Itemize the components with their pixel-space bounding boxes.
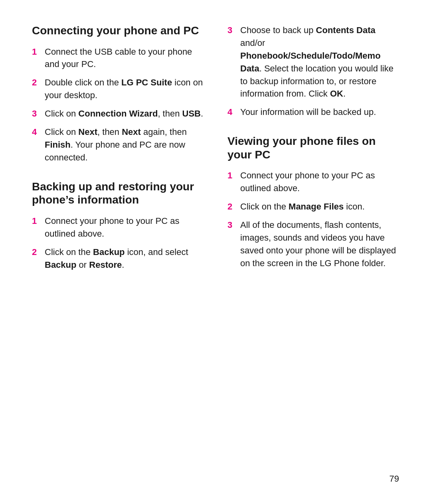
list-item: 4 Click on Next, then Next again, then F… xyxy=(32,126,204,164)
bold-text: Phonebook/Schedule/Todo/Memo Data xyxy=(240,51,381,73)
list-item: 3 All of the documents, flash contents, … xyxy=(227,219,399,270)
list-text: Connect your phone to your PC as outline… xyxy=(45,215,204,240)
bold-text: Finish xyxy=(45,140,71,150)
bold-text: Backup xyxy=(93,247,125,257)
list-item: 2 Double click on the LG PC Suite icon o… xyxy=(32,76,204,102)
bold-text: Restore xyxy=(89,260,122,270)
list-number: 1 xyxy=(32,215,43,227)
section-viewing-title: Viewing your phone files on your PC xyxy=(227,134,399,161)
list-text: Click on the Backup icon, and select Bac… xyxy=(45,246,204,271)
list-text: Choose to back up Contents Data and/or P… xyxy=(240,24,399,100)
bold-text: LG PC Suite xyxy=(121,77,172,87)
bold-text: Manage Files xyxy=(289,202,344,211)
section-viewing: Viewing your phone files on your PC 1 Co… xyxy=(227,134,399,269)
list-item: 1 Connect the USB cable to your phone an… xyxy=(32,45,204,71)
list-text: Click on Connection Wizard, then USB. xyxy=(45,107,204,120)
bold-text: OK xyxy=(330,89,343,99)
list-item: 1 Connect your phone to your PC as outli… xyxy=(227,169,399,195)
list-text: Click on Next, then Next again, then Fin… xyxy=(45,126,204,164)
list-text: Connect the USB cable to your phone and … xyxy=(45,45,204,71)
two-column-layout: Connecting your phone and PC 1 Connect t… xyxy=(32,24,399,472)
list-item: 2 Click on the Manage Files icon. xyxy=(227,200,399,213)
list-number: 2 xyxy=(227,200,239,213)
bold-text: Next xyxy=(78,127,97,137)
section-backup: Backing up and restoring your phone’s in… xyxy=(32,180,204,271)
bold-text: Next xyxy=(122,127,141,137)
list-number: 1 xyxy=(227,169,239,182)
list-text: All of the documents, flash contents, im… xyxy=(240,219,399,270)
bold-text: Connection Wizard xyxy=(78,109,158,119)
viewing-list: 1 Connect your phone to your PC as outli… xyxy=(227,169,399,269)
column-right: 3 Choose to back up Contents Data and/or… xyxy=(227,24,399,472)
list-number: 3 xyxy=(32,107,43,120)
connecting-list: 1 Connect the USB cable to your phone an… xyxy=(32,45,204,164)
section-backup-title: Backing up and restoring your phone’s in… xyxy=(32,180,204,207)
list-number: 3 xyxy=(227,219,239,231)
page-container: Connecting your phone and PC 1 Connect t… xyxy=(0,0,431,504)
connecting-continued-list: 3 Choose to back up Contents Data and/or… xyxy=(227,24,399,119)
section-connecting-title: Connecting your phone and PC xyxy=(32,24,204,38)
list-text: Double click on the LG PC Suite icon on … xyxy=(45,76,204,102)
column-left: Connecting your phone and PC 1 Connect t… xyxy=(32,24,204,472)
list-number: 2 xyxy=(32,76,43,89)
section-connecting-continued: 3 Choose to back up Contents Data and/or… xyxy=(227,24,399,119)
bold-text: USB xyxy=(182,109,201,119)
list-item: 2 Click on the Backup icon, and select B… xyxy=(32,246,204,271)
list-item: 3 Click on Connection Wizard, then USB. xyxy=(32,107,204,120)
list-number: 4 xyxy=(32,126,43,138)
list-item: 1 Connect your phone to your PC as outli… xyxy=(32,215,204,240)
list-text: Connect your phone to your PC as outline… xyxy=(240,169,399,195)
backup-list: 1 Connect your phone to your PC as outli… xyxy=(32,215,204,271)
page-number: 79 xyxy=(389,474,399,484)
list-number: 4 xyxy=(227,106,239,119)
list-number: 3 xyxy=(227,24,239,37)
list-item: 3 Choose to back up Contents Data and/or… xyxy=(227,24,399,100)
list-text: Your information will be backed up. xyxy=(240,106,399,119)
section-connecting: Connecting your phone and PC 1 Connect t… xyxy=(32,24,204,164)
list-number: 2 xyxy=(32,246,43,259)
bold-text: Backup xyxy=(45,260,76,270)
list-number: 1 xyxy=(32,45,43,58)
bold-text: Contents Data xyxy=(316,25,376,35)
list-text: Click on the Manage Files icon. xyxy=(240,200,399,213)
list-item: 4 Your information will be backed up. xyxy=(227,106,399,119)
